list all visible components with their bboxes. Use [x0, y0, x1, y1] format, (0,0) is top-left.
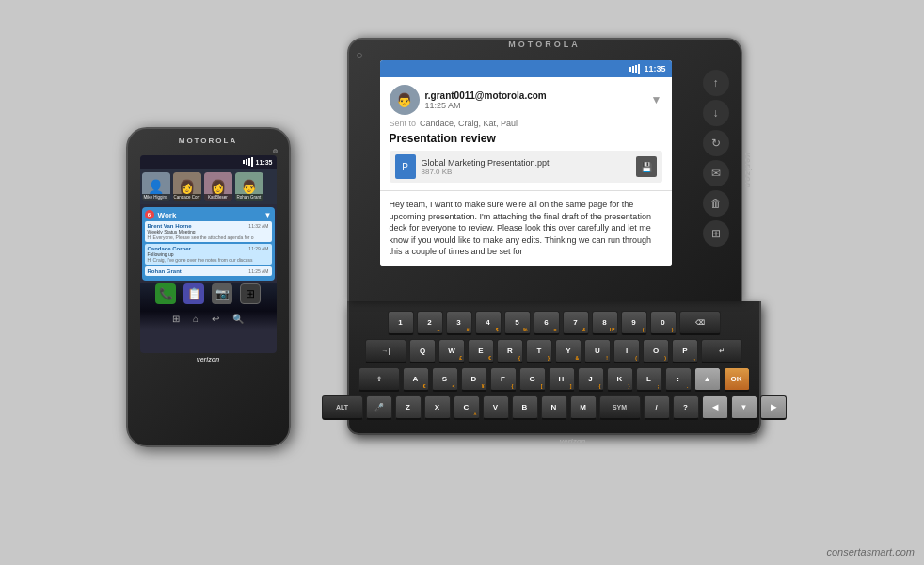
attachment-size: 887.0 KB [422, 168, 630, 176]
email-sender-3: Rohan Grant [148, 268, 182, 274]
key-nav-up[interactable]: ▲ [694, 367, 721, 392]
phone2-signal [629, 64, 640, 74]
email-item-3[interactable]: Rohan Grant 11:25 AM [145, 266, 272, 276]
key-l[interactable]: L; [636, 367, 662, 392]
key-7[interactable]: 7& [563, 311, 589, 335]
key-y[interactable]: Y& [555, 339, 581, 363]
contact-candace[interactable]: 👩 Candace Corr [173, 172, 201, 201]
key-q[interactable]: Q [409, 339, 436, 363]
email-from-row: 👨 r.grant0011@motorola.com 11:25 AM ▼ [390, 85, 662, 115]
phone1-bottom: 📞 📋 📷 ⊞ ⊞ ⌂ ↩ 🔍 [140, 283, 277, 330]
key-e[interactable]: E€ [468, 339, 494, 363]
key-o[interactable]: O) [643, 339, 669, 363]
email-widget[interactable]: 6 Work ▼ Brent Van Horne 11:32 AM Weekly… [142, 207, 275, 281]
key-slash[interactable]: / [644, 396, 670, 420]
key-1[interactable]: 1 [388, 311, 414, 335]
attachment-info: Global Marketing Presentation.ppt 887.0 … [422, 158, 630, 176]
contacts-app-icon[interactable]: 📋 [183, 283, 204, 304]
email-item-2[interactable]: Candace Corner 11:29 AM Following up Hi … [145, 244, 272, 265]
key-p[interactable]: P, [672, 339, 698, 363]
key-ok[interactable]: OK [724, 367, 750, 392]
phone2-time: 11:35 [644, 64, 665, 73]
signal-bar-2 [246, 159, 247, 165]
key-n[interactable]: N [541, 396, 567, 420]
email-widget-header: 6 Work ▼ [145, 210, 272, 219]
phone1-contacts-row: 👤 Mike Higgins 👩 Candace Corr 👩 Kat Bles… [140, 169, 277, 204]
email-time-1: 11:32 AM [248, 223, 268, 229]
key-h[interactable]: H] [549, 367, 575, 392]
key-a[interactable]: A€ [403, 367, 429, 392]
key-alt[interactable]: ALT [322, 396, 363, 420]
nav-bar: ⊞ ⌂ ↩ 🔍 [172, 314, 244, 324]
key-mic[interactable]: 🎤 [366, 396, 392, 420]
key-c[interactable]: C^ [454, 396, 480, 420]
key-2[interactable]: 2~ [417, 311, 443, 335]
apps-nav-icon[interactable]: ⊞ [172, 314, 180, 324]
key-j[interactable]: J{ [578, 367, 604, 392]
dropdown-arrow-icon[interactable]: ▼ [264, 211, 272, 219]
grid-button[interactable]: ⊞ [703, 220, 729, 247]
key-nav-right[interactable]: ▶ [760, 396, 787, 420]
phone1-verizon: verizon [197, 356, 220, 363]
phone2-brand: MOTOROLA [508, 40, 580, 49]
key-x[interactable]: X [424, 396, 451, 420]
key-tab[interactable]: →| [365, 339, 406, 363]
key-s[interactable]: S< [432, 367, 458, 392]
contact-kat[interactable]: 👩 Kat Bleser [204, 172, 232, 201]
key-w[interactable]: W£ [438, 339, 465, 363]
email-time-3: 11:25 AM [248, 268, 268, 274]
camera-app-icon[interactable]: 📷 [212, 283, 232, 304]
key-4[interactable]: 4$ [475, 311, 502, 335]
delete-button[interactable]: 🗑 [703, 190, 729, 217]
contact-rohan[interactable]: 👨 Rohan Grant [235, 172, 263, 201]
email-button[interactable]: ✉ [703, 160, 729, 186]
key-9[interactable]: 9( [621, 311, 647, 335]
key-d[interactable]: D¥ [461, 367, 487, 392]
key-caps[interactable]: ⇧ [358, 367, 400, 392]
key-5[interactable]: 5% [504, 311, 531, 335]
key-u[interactable]: U! [584, 339, 611, 363]
refresh-button[interactable]: ↻ [703, 130, 729, 156]
key-sym[interactable]: SYM [599, 396, 641, 420]
key-m[interactable]: M [570, 396, 597, 420]
home-nav-icon[interactable]: ⌂ [193, 314, 199, 324]
key-enter[interactable]: ↵ [701, 339, 742, 363]
key-6[interactable]: 6= [534, 311, 560, 335]
key-f[interactable]: F{ [490, 367, 517, 392]
key-g[interactable]: G[ [519, 367, 546, 392]
key-8[interactable]: 8U* [592, 311, 618, 335]
phone1-status-bar: 11:35 [140, 155, 277, 169]
scroll-up-button[interactable]: ↑ [703, 70, 729, 96]
key-0[interactable]: 0) [650, 311, 677, 335]
phone2-status-bar: 11:35 [380, 60, 672, 77]
key-i[interactable]: I( [613, 339, 640, 363]
key-colon[interactable]: :. [665, 367, 692, 392]
key-k[interactable]: K} [607, 367, 633, 392]
email-preview-1: Hi Everyone, Please see the attached age… [148, 234, 269, 240]
key-backspace[interactable]: ⌫ [679, 311, 721, 335]
contact-mike-label: Mike Higgins [142, 194, 170, 201]
key-question[interactable]: ? [673, 396, 699, 420]
key-t[interactable]: T} [526, 339, 552, 363]
scroll-down-button[interactable]: ↓ [703, 100, 729, 126]
key-nav-down[interactable]: ▼ [731, 396, 757, 420]
search-nav-icon[interactable]: 🔍 [232, 314, 244, 324]
attachment-name: Global Marketing Presentation.ppt [422, 158, 630, 168]
back-nav-icon[interactable]: ↩ [212, 314, 219, 324]
key-r[interactable]: R{ [497, 339, 523, 363]
email-subject: Presentation review [390, 132, 662, 145]
email-expand-icon[interactable]: ▼ [651, 93, 662, 106]
keyboard-row-zxcv: ALT 🎤 Z X C^ V B N M SYM / ? ◀ ▼ ▶ [357, 396, 752, 420]
key-3[interactable]: 3# [446, 311, 472, 335]
key-v[interactable]: V [483, 396, 509, 420]
phone2-side-buttons: ↑ ↓ ↻ ✉ 🗑 ⊞ [697, 60, 735, 266]
key-nav-left[interactable]: ◀ [702, 396, 728, 420]
key-z[interactable]: Z [395, 396, 422, 420]
attachment-save-icon[interactable]: 💾 [636, 156, 657, 177]
contact-mike[interactable]: 👤 Mike Higgins [142, 172, 170, 201]
contact-candace-label: Candace Corr [173, 194, 201, 201]
key-b[interactable]: B [512, 396, 538, 420]
email-item-1[interactable]: Brent Van Horne 11:32 AM Weekly Status M… [145, 221, 272, 242]
apps-icon[interactable]: ⊞ [240, 283, 261, 304]
phone-app-icon[interactable]: 📞 [155, 283, 176, 304]
